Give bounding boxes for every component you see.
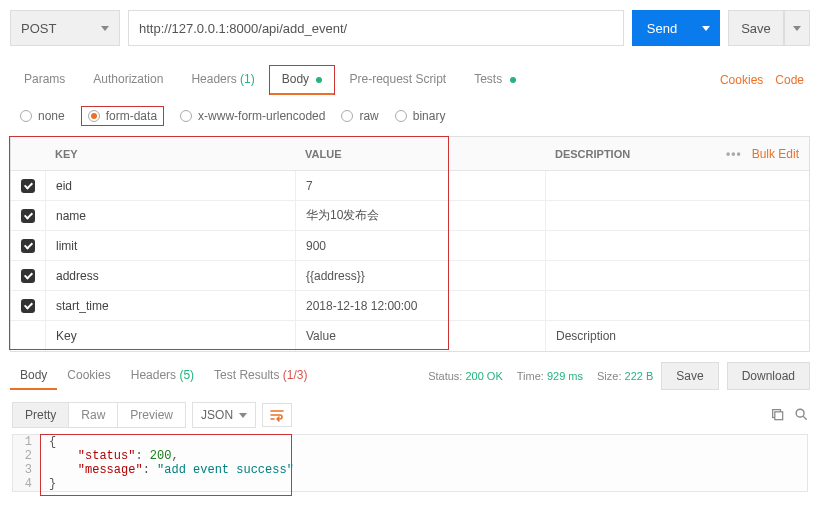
copy-icon[interactable]: [770, 407, 784, 424]
body-type-urlencoded-label: x-www-form-urlencoded: [198, 109, 325, 123]
response-body[interactable]: 1{ 2 "status": 200, 3 "message": "add ev…: [12, 434, 808, 492]
row-desc[interactable]: [545, 201, 809, 230]
tab-tests[interactable]: Tests: [460, 64, 529, 96]
resp-tab-tests-label: Test Results: [214, 368, 279, 382]
status-value: 200 OK: [465, 370, 502, 382]
col-key-header: KEY: [45, 148, 295, 160]
row-value[interactable]: 7: [295, 171, 545, 200]
lang-select[interactable]: JSON: [192, 402, 256, 428]
row-desc[interactable]: [545, 291, 809, 320]
request-tabs: Params Authorization Headers (1) Body Pr…: [0, 54, 820, 96]
send-dropdown[interactable]: [692, 10, 720, 46]
row-key[interactable]: name: [45, 201, 295, 230]
row-desc[interactable]: [545, 231, 809, 260]
code-number: 200: [150, 449, 172, 463]
body-type-form-data[interactable]: form-data: [81, 106, 164, 126]
view-preview[interactable]: Preview: [118, 403, 185, 427]
tab-tests-label: Tests: [474, 72, 502, 86]
body-type-raw-label: raw: [359, 109, 378, 123]
row-key[interactable]: address: [45, 261, 295, 290]
svg-rect-1: [775, 411, 783, 419]
resp-tab-headers-label: Headers: [131, 368, 176, 382]
time-label: Time:: [517, 370, 544, 382]
body-type-none[interactable]: none: [20, 109, 65, 123]
response-save-button[interactable]: Save: [661, 362, 718, 390]
view-raw[interactable]: Raw: [69, 403, 118, 427]
col-value-header: VALUE: [295, 148, 545, 160]
code-brace: {: [49, 435, 56, 449]
chevron-down-icon: [702, 26, 710, 31]
more-icon[interactable]: •••: [726, 147, 742, 161]
row-value[interactable]: 华为10发布会: [295, 201, 545, 230]
cookies-link[interactable]: Cookies: [714, 65, 769, 95]
code-link[interactable]: Code: [769, 65, 810, 95]
http-method-select[interactable]: POST: [10, 10, 120, 46]
resp-tab-body[interactable]: Body: [10, 362, 57, 390]
code-key: "message": [49, 463, 143, 477]
table-row: address {{address}}: [11, 261, 809, 291]
size-label: Size:: [597, 370, 621, 382]
table-row-new: Key Value Description: [11, 321, 809, 351]
row-checkbox[interactable]: [21, 179, 35, 193]
code-string: "add event success": [157, 463, 294, 477]
row-value[interactable]: {{address}}: [295, 261, 545, 290]
tab-body[interactable]: Body: [269, 65, 336, 95]
row-checkbox[interactable]: [21, 239, 35, 253]
chevron-down-icon: [793, 26, 801, 31]
save-button[interactable]: Save: [728, 10, 784, 46]
tab-authorization[interactable]: Authorization: [79, 64, 177, 96]
resp-tab-tests-count: (1/3): [283, 368, 308, 382]
search-icon[interactable]: [794, 407, 808, 424]
resp-tab-headers[interactable]: Headers (5): [121, 362, 204, 390]
resp-tab-tests[interactable]: Test Results (1/3): [204, 362, 317, 390]
row-checkbox[interactable]: [21, 299, 35, 313]
row-desc[interactable]: [545, 261, 809, 290]
resp-tab-headers-count: (5): [179, 368, 194, 382]
time-value: 929 ms: [547, 370, 583, 382]
resp-tab-cookies[interactable]: Cookies: [57, 362, 120, 390]
row-checkbox[interactable]: [21, 269, 35, 283]
send-button[interactable]: Send: [632, 10, 692, 46]
wrap-toggle[interactable]: [262, 403, 292, 427]
row-key[interactable]: limit: [45, 231, 295, 260]
status-label: Status:: [428, 370, 462, 382]
body-type-form-data-label: form-data: [106, 109, 157, 123]
response-tabs: Body Cookies Headers (5) Test Results (1…: [10, 362, 317, 390]
tab-prerequest[interactable]: Pre-request Script: [335, 64, 460, 96]
row-key-placeholder[interactable]: Key: [45, 321, 295, 351]
code-brace: }: [49, 477, 56, 491]
col-desc-header: DESCRIPTION: [545, 148, 689, 160]
body-type-raw[interactable]: raw: [341, 109, 378, 123]
svg-point-2: [796, 409, 804, 417]
row-checkbox[interactable]: [21, 209, 35, 223]
table-row: eid 7: [11, 171, 809, 201]
tab-headers[interactable]: Headers (1): [177, 64, 268, 96]
bulk-edit-link[interactable]: Bulk Edit: [752, 147, 799, 161]
code-key: "status": [49, 449, 135, 463]
row-value-placeholder[interactable]: Value: [295, 321, 545, 351]
save-dropdown[interactable]: [784, 10, 810, 46]
row-key[interactable]: eid: [45, 171, 295, 200]
row-desc[interactable]: [545, 171, 809, 200]
tab-headers-label: Headers: [191, 72, 236, 86]
table-row: limit 900: [11, 231, 809, 261]
formdata-table: KEY VALUE DESCRIPTION ••• Bulk Edit eid …: [10, 136, 810, 352]
body-type-binary[interactable]: binary: [395, 109, 446, 123]
row-value[interactable]: 2018-12-18 12:00:00: [295, 291, 545, 320]
body-type-binary-label: binary: [413, 109, 446, 123]
chevron-down-icon: [101, 26, 109, 31]
row-desc-placeholder[interactable]: Description: [545, 321, 809, 351]
size-value: 222 B: [625, 370, 654, 382]
changed-dot-icon: [316, 77, 322, 83]
tab-params[interactable]: Params: [10, 64, 79, 96]
row-key[interactable]: start_time: [45, 291, 295, 320]
chevron-down-icon: [239, 413, 247, 418]
body-type-urlencoded[interactable]: x-www-form-urlencoded: [180, 109, 325, 123]
url-input[interactable]: [128, 10, 624, 46]
response-download-button[interactable]: Download: [727, 362, 810, 390]
row-value[interactable]: 900: [295, 231, 545, 260]
tab-body-label: Body: [282, 72, 309, 86]
view-pretty[interactable]: Pretty: [13, 403, 69, 427]
changed-dot-icon: [510, 77, 516, 83]
body-type-none-label: none: [38, 109, 65, 123]
